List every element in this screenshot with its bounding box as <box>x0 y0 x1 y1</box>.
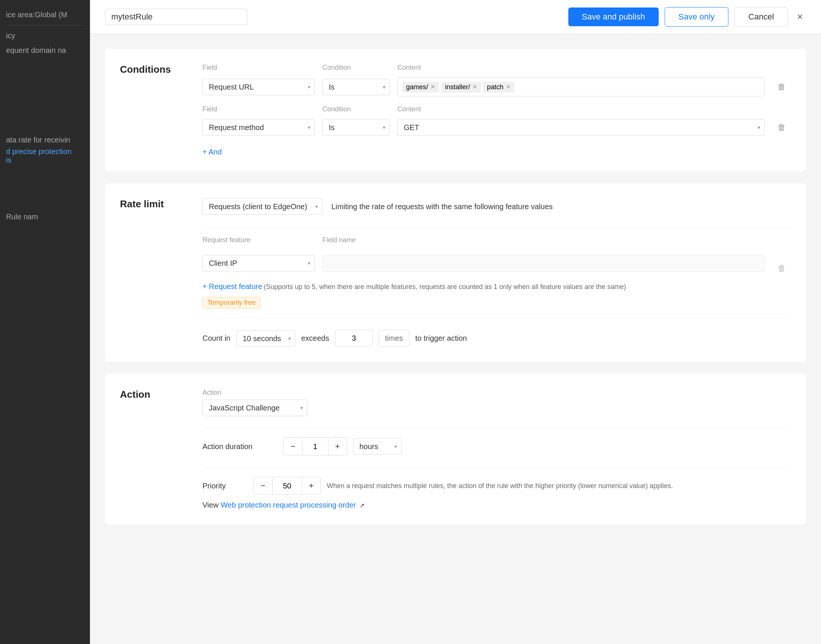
rate-limit-top-row: Requests (client to EdgeOne) ▾ Limiting … <box>203 198 791 215</box>
condition-select-wrapper-1: Is ▾ <box>322 79 390 95</box>
add-and-button[interactable]: + And <box>203 148 222 156</box>
sidebar-line-5: d precise protection <box>6 147 84 156</box>
duration-value: 1 <box>302 439 328 455</box>
sidebar: ice area:Global (M icy equent domain na … <box>0 0 90 644</box>
delete-feature-button[interactable]: 🗑 <box>772 261 791 276</box>
modal-overlay: Save and publish Save only Cancel × Cond… <box>90 0 821 644</box>
priority-desc: When a request matches multiple rules, t… <box>327 482 673 490</box>
rule-name-input[interactable] <box>105 9 247 25</box>
content-label-1: Content <box>397 64 765 72</box>
condition-select-wrapper-2: Is ▾ <box>322 119 390 136</box>
action-select-wrapper: Monitor Deny JavaScript Challenge Manage… <box>203 400 307 416</box>
tag-installer: installer/ ✕ <box>441 82 481 93</box>
sidebar-line-4: ata rate for receivin <box>6 133 84 147</box>
count-input[interactable] <box>335 330 373 347</box>
conditions-title: Conditions <box>120 64 180 75</box>
conditions-section: Conditions Field Condition Content Reque… <box>105 49 806 171</box>
rate-type-select[interactable]: Requests (client to EdgeOne) <box>203 198 322 215</box>
action-duration-label: Action duration <box>203 442 278 451</box>
rate-limit-content: Requests (client to EdgeOne) ▾ Limiting … <box>203 198 791 347</box>
priority-stepper: − 50 + <box>253 477 321 495</box>
field-select-2[interactable]: Request method <box>203 119 315 136</box>
duration-unit-select[interactable]: seconds minutes hours days <box>353 438 402 455</box>
request-feature-label: Request feature <box>203 236 315 244</box>
priority-row: Priority − 50 + When a request matches m… <box>203 477 791 495</box>
condition-label-1: Condition <box>322 64 390 72</box>
priority-value: 50 <box>272 478 302 494</box>
save-only-button[interactable]: Save only <box>664 7 729 27</box>
request-feature-select-wrapper: Client IP ▾ <box>203 255 315 271</box>
header-buttons: Save and publish Save only Cancel × <box>568 7 806 27</box>
external-link-icon: ↗ <box>359 502 364 509</box>
tag-patch: patch ✕ <box>483 82 514 93</box>
temp-free-badge: Temporarily free <box>203 297 261 308</box>
rate-limit-title: Rate limit <box>120 198 180 210</box>
content-label-2: Content <box>397 105 765 113</box>
times-badge: times <box>379 330 410 347</box>
sidebar-line-1: ice area:Global (M <box>6 8 84 22</box>
sidebar-line-2: icy <box>6 29 84 43</box>
duration-stepper: − 1 + <box>284 437 347 455</box>
content-tags-1[interactable]: games/ ✕ installer/ ✕ patch ✕ <box>397 78 765 97</box>
field-name-input[interactable] <box>322 255 765 272</box>
view-row: View Web protection request processing o… <box>203 501 791 509</box>
modal-header: Save and publish Save only Cancel × <box>90 0 821 34</box>
count-in-select[interactable]: 1 second 5 seconds 10 seconds 30 seconds… <box>236 330 295 347</box>
duration-unit-select-wrapper: seconds minutes hours days ▾ <box>353 438 402 455</box>
delete-row-1-button[interactable]: 🗑 <box>772 79 791 95</box>
field-label-2: Field <box>203 105 315 113</box>
field-label-1: Field <box>203 64 315 72</box>
save-and-publish-button[interactable]: Save and publish <box>568 8 659 26</box>
cancel-button[interactable]: Cancel <box>734 7 788 27</box>
delete-row-2-button[interactable]: 🗑 <box>772 120 791 135</box>
rate-type-select-wrapper: Requests (client to EdgeOne) ▾ <box>203 198 322 215</box>
add-feature-link[interactable]: + Request feature <box>203 282 262 290</box>
modal-body: Conditions Field Condition Content Reque… <box>90 34 821 644</box>
exceeds-label: exceeds <box>301 334 330 343</box>
rate-limit-section: Rate limit Requests (client to EdgeOne) … <box>105 183 806 362</box>
action-content: Action Monitor Deny JavaScript Challenge… <box>203 389 791 509</box>
content-select-wrapper-2: GET ▾ <box>397 119 765 136</box>
request-feature-select[interactable]: Client IP <box>203 255 315 271</box>
field-name-label: Field name <box>322 236 765 244</box>
action-label: Action <box>203 389 791 397</box>
action-duration-row: Action duration − 1 + seconds minutes ho… <box>203 437 791 455</box>
tag-patch-close[interactable]: ✕ <box>506 84 511 90</box>
view-label: View <box>203 501 219 509</box>
view-link[interactable]: Web protection request processing order <box>221 501 356 509</box>
tag-games-close[interactable]: ✕ <box>430 84 435 90</box>
condition-label-2: Condition <box>322 105 390 113</box>
close-button[interactable]: × <box>794 9 806 25</box>
rate-limit-desc: Limiting the rate of requests with the s… <box>331 202 552 211</box>
tag-installer-close[interactable]: ✕ <box>473 84 477 90</box>
action-row: Action Monitor Deny JavaScript Challenge… <box>203 389 791 416</box>
action-section: Action Action Monitor Deny JavaScript Ch… <box>105 374 806 524</box>
condition-select-2[interactable]: Is <box>322 119 390 136</box>
trigger-label: to trigger action <box>415 334 467 343</box>
priority-increase-button[interactable]: + <box>302 477 321 494</box>
content-select-2[interactable]: GET <box>397 119 765 136</box>
priority-label: Priority <box>203 482 247 490</box>
sidebar-line-8: Rule nam <box>6 210 84 224</box>
field-select-1[interactable]: Request URL <box>203 79 315 95</box>
add-feature-note: (Supports up to 5, when there are multip… <box>264 283 626 290</box>
tag-games: games/ ✕ <box>402 82 439 93</box>
duration-decrease-button[interactable]: − <box>284 438 302 455</box>
conditions-content: Field Condition Content Request URL ▾ <box>203 64 791 156</box>
sidebar-line-3: equent domain na <box>6 43 84 58</box>
count-in-row: Count in 1 second 5 seconds 10 seconds 3… <box>203 330 791 347</box>
count-in-select-wrapper: 1 second 5 seconds 10 seconds 30 seconds… <box>236 330 295 347</box>
field-select-wrapper-2: Request method ▾ <box>203 119 315 136</box>
priority-decrease-button[interactable]: − <box>254 477 272 494</box>
count-in-label: Count in <box>203 334 230 343</box>
field-select-wrapper-1: Request URL ▾ <box>203 79 315 95</box>
sidebar-line-6: is <box>6 156 84 164</box>
action-title: Action <box>120 389 180 400</box>
condition-select-1[interactable]: Is <box>322 79 390 95</box>
action-select[interactable]: Monitor Deny JavaScript Challenge Manage… <box>203 400 307 416</box>
duration-increase-button[interactable]: + <box>328 438 347 455</box>
